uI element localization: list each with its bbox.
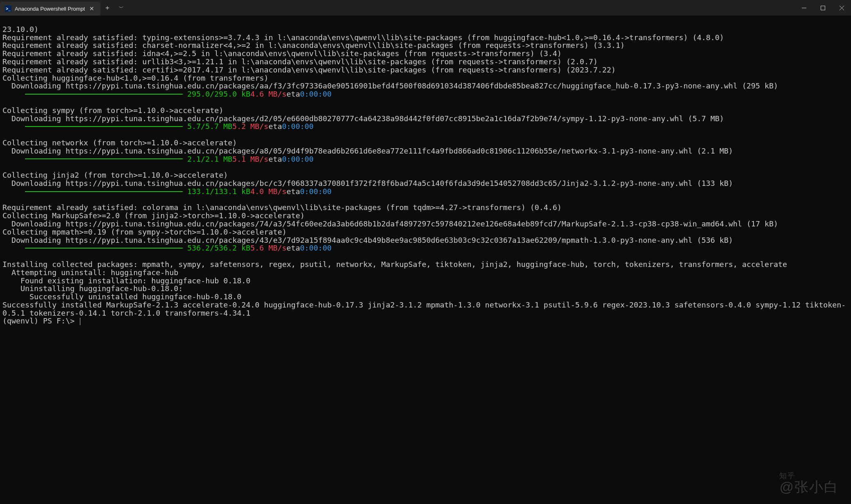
- progress-speed: 5.1 MB/s: [232, 155, 268, 163]
- progress-bar-icon: [25, 126, 183, 127]
- progress-speed: 4.6 MB/s: [250, 90, 286, 98]
- progress-eta: 0:00:00: [300, 90, 331, 98]
- progress-speed: 5.2 MB/s: [232, 122, 268, 131]
- output-line: Requirement already satisfied: typing-ex…: [2, 33, 724, 42]
- progress-size: 536.2/536.2 kB: [187, 244, 250, 252]
- output-line: Downloading https://pypi.tuna.tsinghua.e…: [2, 179, 733, 188]
- progress-line: 536.2/536.2 kB 5.6 MB/s eta 0:00:00: [2, 244, 849, 252]
- output-line: Found existing installation: huggingface…: [2, 276, 250, 285]
- terminal-output[interactable]: 23.10.0) Requirement already satisfied: …: [0, 16, 851, 504]
- output-line: Successfully uninstalled huggingface-hub…: [2, 292, 241, 301]
- progress-line: 133.1/133.1 kB 4.0 MB/s eta 0:00:00: [2, 188, 849, 196]
- output-line: Requirement already satisfied: certifi>=…: [2, 66, 616, 74]
- output-line: Collecting sympy (from torch>=1.10.0->ac…: [2, 106, 223, 115]
- tab-strip: >_ Anaconda Powershell Prompt ✕: [0, 0, 100, 16]
- output-line: Requirement already satisfied: idna<4,>=…: [2, 49, 562, 58]
- progress-eta-label: eta: [268, 155, 282, 163]
- progress-eta: 0:00:00: [300, 188, 331, 196]
- progress-size: 2.1/2.1 MB: [187, 155, 232, 163]
- prompt-text: (qwenvl) PS F:\>: [2, 316, 79, 325]
- output-line: Downloading https://pypi.tuna.tsinghua.e…: [2, 147, 733, 155]
- maximize-button[interactable]: [813, 0, 832, 16]
- app-window: >_ Anaconda Powershell Prompt ✕ ＋ ﹀ 23.1…: [0, 0, 851, 504]
- progress-bar-icon: [25, 158, 183, 159]
- close-tab-button[interactable]: ✕: [88, 5, 95, 12]
- output-line: Downloading https://pypi.tuna.tsinghua.e…: [2, 219, 778, 228]
- output-line: Collecting jinja2 (from torch>=1.10.0->a…: [2, 171, 228, 179]
- output-line: Downloading https://pypi.tuna.tsinghua.e…: [2, 114, 724, 123]
- progress-eta-label: eta: [286, 188, 300, 196]
- progress-bar-icon: [25, 94, 183, 95]
- progress-bar-icon: [25, 248, 183, 249]
- minimize-button[interactable]: [794, 0, 813, 16]
- output-line: Requirement already satisfied: urllib3<3…: [2, 57, 598, 66]
- progress-eta: 0:00:00: [282, 155, 313, 163]
- output-line: Collecting mpmath>=0.19 (from sympy->tor…: [2, 228, 286, 236]
- window-controls: [794, 0, 851, 16]
- progress-size: 5.7/5.7 MB: [187, 122, 232, 131]
- output-line: Requirement already satisfied: charset-n…: [2, 41, 625, 50]
- output-line: Requirement already satisfied: colorama …: [2, 203, 562, 212]
- output-line: 23.10.0): [2, 25, 39, 34]
- progress-size: 295.0/295.0 kB: [187, 90, 250, 98]
- progress-line: 295.0/295.0 kB 4.6 MB/s eta 0:00:00: [2, 90, 849, 98]
- new-tab-button[interactable]: ＋: [100, 0, 114, 16]
- progress-line: 2.1/2.1 MB 5.1 MB/s eta 0:00:00: [2, 155, 849, 163]
- tab-title: Anaconda Powershell Prompt: [15, 6, 85, 12]
- output-line: Collecting networkx (from torch>=1.10.0-…: [2, 138, 237, 147]
- output-line: Installing collected packages: mpmath, s…: [2, 260, 787, 269]
- cursor-icon: [80, 318, 80, 325]
- tab-dropdown-button[interactable]: ﹀: [114, 0, 128, 16]
- progress-speed: 5.6 MB/s: [250, 244, 286, 252]
- output-line: Successfully installed MarkupSafe-2.1.3 …: [2, 301, 846, 317]
- svg-rect-0: [821, 6, 825, 10]
- output-line: Collecting MarkupSafe>=2.0 (from jinja2-…: [2, 211, 304, 220]
- progress-size: 133.1/133.1 kB: [187, 188, 250, 196]
- tab-actions: ＋ ﹀: [100, 0, 128, 16]
- progress-eta-label: eta: [268, 122, 282, 131]
- progress-bar-icon: [25, 191, 183, 192]
- titlebar-drag-region[interactable]: [128, 0, 794, 16]
- progress-line: 5.7/5.7 MB 5.2 MB/s eta 0:00:00: [2, 122, 849, 131]
- output-line: Downloading https://pypi.tuna.tsinghua.e…: [2, 236, 733, 244]
- progress-eta-label: eta: [286, 244, 300, 252]
- output-line: Downloading https://pypi.tuna.tsinghua.e…: [2, 81, 778, 90]
- output-line: Attempting uninstall: huggingface-hub: [2, 268, 178, 277]
- output-line: Collecting huggingface-hub<1.0,>=0.16.4 …: [2, 74, 268, 82]
- progress-speed: 4.0 MB/s: [250, 188, 286, 196]
- output-line: Uninstalling huggingface-hub-0.18.0:: [2, 284, 183, 293]
- powershell-icon: >_: [5, 5, 11, 12]
- close-window-button[interactable]: [832, 0, 851, 16]
- progress-eta-label: eta: [286, 90, 300, 98]
- progress-eta: 0:00:00: [300, 244, 331, 252]
- prompt-line[interactable]: (qwenvl) PS F:\>: [2, 316, 80, 325]
- tab-active[interactable]: >_ Anaconda Powershell Prompt ✕: [0, 2, 100, 16]
- titlebar: >_ Anaconda Powershell Prompt ✕ ＋ ﹀: [0, 0, 851, 16]
- progress-eta: 0:00:00: [282, 122, 313, 131]
